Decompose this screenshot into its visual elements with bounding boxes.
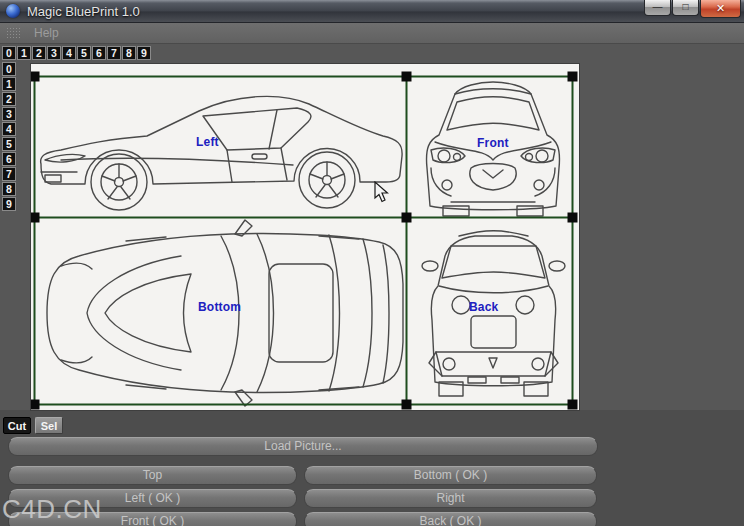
minimize-button[interactable]: — (644, 0, 671, 16)
selection-handle[interactable] (402, 400, 412, 410)
selection-handle[interactable] (402, 72, 412, 82)
selection-handle[interactable] (568, 72, 578, 82)
view-label-left: Left (196, 135, 219, 149)
ruler-left-8[interactable]: 8 (2, 182, 16, 196)
load-picture-button[interactable]: Load Picture... (8, 437, 598, 456)
selection-handle[interactable] (31, 72, 40, 82)
view-label-back: Back (469, 300, 499, 314)
ruler-top-5[interactable]: 5 (77, 46, 91, 60)
ruler-left-4[interactable]: 4 (2, 122, 16, 136)
ruler-left: 0 1 2 3 4 5 6 7 8 9 (2, 62, 16, 211)
selection-handle[interactable] (568, 400, 578, 410)
title-bar[interactable]: Magic BluePrint 1.0 (0, 0, 744, 23)
ruler-top-7[interactable]: 7 (107, 46, 121, 60)
ruler-top-4[interactable]: 4 (62, 46, 76, 60)
app-icon (6, 4, 20, 18)
car-side-view (41, 96, 402, 210)
ruler-top: 0 1 2 3 4 5 6 7 8 9 (2, 46, 151, 60)
menu-bar: Help (0, 22, 744, 44)
window-title: Magic BluePrint 1.0 (27, 4, 140, 19)
cut-tab[interactable]: Cut (3, 417, 31, 434)
sel-tab[interactable]: Sel (35, 417, 63, 434)
blueprint-canvas[interactable]: Left Front Bottom Back (30, 63, 580, 411)
view-label-front: Front (477, 136, 509, 150)
menu-item-help[interactable]: Help (30, 26, 63, 40)
selection-handle[interactable] (402, 213, 412, 223)
ruler-left-3[interactable]: 3 (2, 107, 16, 121)
ruler-left-0[interactable]: 0 (2, 62, 16, 76)
maximize-icon: □ (682, 1, 688, 12)
ruler-top-3[interactable]: 3 (47, 46, 61, 60)
close-icon: ✕ (716, 2, 725, 14)
ruler-top-0[interactable]: 0 (2, 46, 16, 60)
drag-handle-icon[interactable] (6, 27, 22, 39)
blueprint-drawing (31, 64, 579, 410)
ruler-top-2[interactable]: 2 (32, 46, 46, 60)
ruler-top-8[interactable]: 8 (122, 46, 136, 60)
view-label-bottom: Bottom (198, 300, 241, 314)
close-button[interactable]: ✕ (700, 0, 741, 18)
top-button[interactable]: Top (8, 466, 297, 485)
ruler-left-2[interactable]: 2 (2, 92, 16, 106)
watermark: C4D.CN (2, 494, 102, 525)
ruler-left-7[interactable]: 7 (2, 167, 16, 181)
selection-handle[interactable] (568, 213, 578, 223)
back-ok-button[interactable]: Back ( OK ) (304, 512, 597, 526)
right-button[interactable]: Right (304, 489, 597, 508)
window-controls: — □ ✕ (644, 0, 741, 18)
ruler-top-6[interactable]: 6 (92, 46, 106, 60)
minimize-icon: — (653, 1, 663, 12)
maximize-button[interactable]: □ (672, 0, 699, 16)
ruler-left-6[interactable]: 6 (2, 152, 16, 166)
ruler-top-1[interactable]: 1 (17, 46, 31, 60)
ruler-top-9[interactable]: 9 (137, 46, 151, 60)
selection-handle[interactable] (31, 213, 40, 223)
bottom-panel: Cut Sel Load Picture... Top Bottom ( OK … (0, 410, 744, 526)
ruler-left-1[interactable]: 1 (2, 77, 16, 91)
ruler-left-5[interactable]: 5 (2, 137, 16, 151)
ruler-left-9[interactable]: 9 (2, 197, 16, 211)
bottom-ok-button[interactable]: Bottom ( OK ) (304, 466, 597, 485)
mouse-cursor-icon (374, 181, 389, 207)
selection-handle[interactable] (31, 400, 40, 410)
